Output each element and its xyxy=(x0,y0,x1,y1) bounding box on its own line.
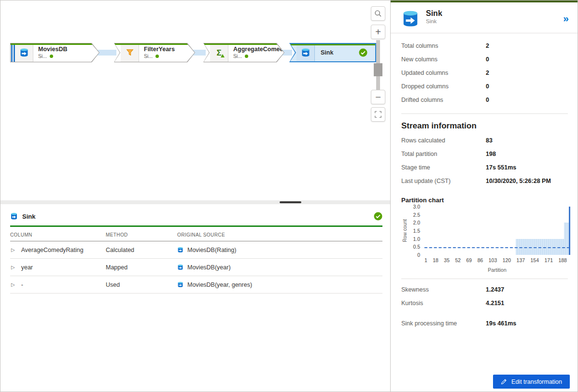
source-dataset-icon xyxy=(15,43,33,62)
node-subtitle: Si... xyxy=(38,53,47,59)
expand-chevron-icon[interactable]: ▷ xyxy=(11,265,15,270)
stat-label: New columns xyxy=(401,56,486,63)
data-flow-debug-view: MoviesDB Si... Filte xyxy=(0,0,578,392)
cell-column: year xyxy=(21,264,33,271)
table-row[interactable]: ▷year Mapped MoviesDB(year) xyxy=(10,259,382,276)
table-row[interactable]: ▷AverageComedyRating Calculated MoviesDB… xyxy=(10,241,382,259)
stat-label: Drifted columns xyxy=(401,97,486,103)
column-header: COLUMN xyxy=(10,232,106,238)
stat-label: Total partition xyxy=(401,151,486,157)
sink-details-panel: Sink Sink » Total columns2 New columns0 … xyxy=(390,0,578,392)
flow-canvas[interactable]: MoviesDB Si... Filte xyxy=(0,0,390,200)
stat-value: 19s 461ms xyxy=(486,320,516,327)
x-tick: 1 xyxy=(424,257,427,263)
search-icon xyxy=(374,10,382,17)
x-tick: 103 xyxy=(489,257,497,263)
panel-splitter[interactable] xyxy=(0,200,390,204)
node-aggregate[interactable]: Σ AggregateComed... Si... xyxy=(203,43,284,62)
cell-method: Mapped xyxy=(106,264,177,271)
zoom-slider-handle[interactable] xyxy=(374,63,382,76)
partition-chart-heading: Partition chart xyxy=(401,196,567,204)
pencil-icon xyxy=(501,378,507,385)
sink-dataset-icon xyxy=(296,44,315,61)
stat-value: 4.2151 xyxy=(486,300,504,307)
sink-dataset-icon xyxy=(10,212,18,220)
cell-column: AverageComedyRating xyxy=(21,247,84,253)
table-row[interactable]: ▷- Used MoviesDB(year, genres) xyxy=(10,276,382,294)
zoom-in-button[interactable]: + xyxy=(371,25,385,39)
column-header: METHOD xyxy=(106,232,177,238)
y-tick-labels: 3.02.52.01.51.00.50 xyxy=(408,207,423,255)
stat-value: 83 xyxy=(486,137,493,144)
node-status-bar xyxy=(11,43,99,45)
x-tick: 69 xyxy=(466,257,472,263)
cell-column: - xyxy=(21,281,23,288)
x-tick: 52 xyxy=(455,257,461,263)
collapse-chevron-double-right-icon[interactable]: » xyxy=(563,9,569,28)
node-filteryears[interactable]: FilterYears Si... xyxy=(114,43,195,62)
x-axis-label: Partition xyxy=(424,267,570,273)
cell-method: Calculated xyxy=(106,247,177,253)
partition-chart: Row count 3.02.52.01.51.00.50 1183552698… xyxy=(401,207,570,273)
left-pane: MoviesDB Si... Filte xyxy=(0,0,390,392)
fit-to-screen-button[interactable] xyxy=(371,107,385,122)
y-tick: 0.5 xyxy=(413,244,420,250)
search-zoom-button[interactable] xyxy=(371,6,385,21)
stat-label: Updated columns xyxy=(401,70,486,76)
node-moviesdb[interactable]: MoviesDB Si... xyxy=(10,43,99,62)
y-tick: 3.0 xyxy=(413,204,420,210)
success-check-icon xyxy=(359,48,367,57)
x-tick: 86 xyxy=(478,257,483,263)
expand-chevron-icon[interactable]: ▷ xyxy=(11,282,15,287)
success-check-icon xyxy=(374,212,382,221)
mapping-panel-title: Sink xyxy=(22,213,35,220)
cell-method: Used xyxy=(106,281,177,288)
zoom-out-button[interactable]: − xyxy=(371,90,385,104)
stream-bars-icon xyxy=(11,43,15,62)
fit-to-screen-icon xyxy=(374,111,382,118)
x-tick-labels: 11835526986103120137154171188 xyxy=(424,255,570,263)
y-tick: 2.5 xyxy=(413,212,420,218)
x-tick: 18 xyxy=(433,257,438,263)
stat-value: 1.2437 xyxy=(486,286,504,293)
stat-label: Rows calculated xyxy=(401,137,486,144)
node-sink[interactable]: Sink xyxy=(289,43,376,62)
stat-value: 198 xyxy=(486,151,496,157)
expand-chevron-icon[interactable]: ▷ xyxy=(11,247,15,252)
x-tick: 137 xyxy=(517,257,525,263)
minus-icon: − xyxy=(375,92,381,103)
divider xyxy=(401,113,568,114)
node-status-bar xyxy=(204,43,284,45)
edit-transformation-button[interactable]: Edit transformation xyxy=(493,375,570,389)
stat-label: Sink processing time xyxy=(401,320,486,327)
dataset-icon xyxy=(177,247,183,253)
node-status-bar xyxy=(114,43,195,45)
x-tick: 35 xyxy=(444,257,450,263)
panel-subtitle: Sink xyxy=(426,18,442,24)
y-axis-label: Row count xyxy=(402,214,408,248)
stream-information: Rows calculated83 Total partition198 Sta… xyxy=(391,132,578,188)
node-status-bar xyxy=(290,44,375,45)
stat-value: 0 xyxy=(486,97,489,103)
stat-label: Kurtosis xyxy=(401,300,486,307)
node-title: FilterYears xyxy=(144,46,175,53)
dataset-icon xyxy=(177,281,183,288)
divider xyxy=(401,279,568,279)
status-dot xyxy=(245,55,248,58)
x-tick: 120 xyxy=(503,257,511,263)
stat-value: 17s 551ms xyxy=(486,164,516,171)
node-body: MoviesDB Si... xyxy=(11,43,99,62)
y-tick: 1.5 xyxy=(413,228,420,234)
filter-icon xyxy=(121,43,139,62)
aggregate-sigma-icon: Σ xyxy=(210,43,228,62)
stat-label: Dropped columns xyxy=(401,83,486,90)
stat-label: Last update (CST) xyxy=(401,178,486,184)
node-body: FilterYears Si... xyxy=(114,43,195,62)
y-tick: 2.0 xyxy=(413,220,420,225)
edit-transformation-label: Edit transformation xyxy=(511,378,562,385)
column-header: ORIGINAL SOURCE xyxy=(177,232,382,238)
stat-label: Stage time xyxy=(401,164,486,171)
splitter-drag-handle[interactable] xyxy=(280,201,301,203)
partition-chart-plot xyxy=(424,207,570,255)
stat-value: 2 xyxy=(486,70,489,76)
